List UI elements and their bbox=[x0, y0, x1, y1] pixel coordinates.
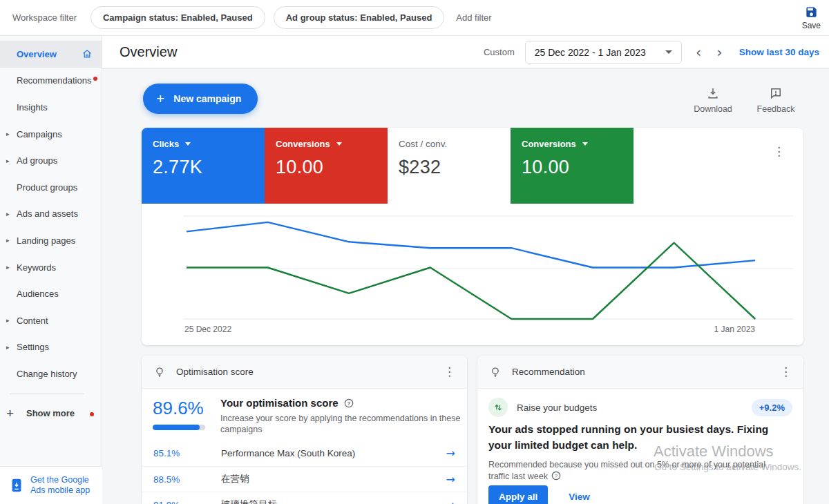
campaign-score-row[interactable]: 85.1% Performance Max (South Korea) → bbox=[142, 440, 467, 466]
new-campaign-button[interactable]: + New campaign bbox=[143, 84, 258, 114]
sidebar-item-label: Ads and assets bbox=[17, 209, 78, 219]
campaign-name: Performance Max (South Korea) bbox=[221, 448, 446, 458]
sidebar-item-label: Campaigns bbox=[17, 129, 62, 139]
date-range-value: 25 Dec 2022 - 1 Jan 2023 bbox=[535, 47, 646, 58]
caret-down-icon bbox=[665, 50, 672, 54]
help-icon[interactable]: ? bbox=[551, 471, 561, 481]
scorecard-value: 10.00 bbox=[276, 157, 377, 178]
show-last-30-days-button[interactable]: Show last 30 days bbox=[739, 47, 819, 57]
notification-dot bbox=[93, 77, 97, 81]
sidebar-item-label: Settings bbox=[17, 342, 49, 352]
sidebar-item-settings[interactable]: ▸ Settings bbox=[0, 334, 102, 361]
next-period-button[interactable]: › bbox=[709, 44, 730, 61]
show-more-label: Show more bbox=[26, 408, 75, 418]
mobile-app-icon bbox=[9, 478, 24, 493]
view-button[interactable]: View bbox=[569, 492, 590, 502]
scorecard-value: $232 bbox=[399, 157, 499, 178]
panel-title: Recommendation bbox=[512, 367, 585, 377]
filter-chip-adgroup-status[interactable]: Ad group status: Enabled, Paused bbox=[274, 6, 445, 29]
sidebar: Overview Recommendations Insights ▸ Camp… bbox=[0, 36, 102, 504]
show-more-button[interactable]: + Show more bbox=[0, 400, 102, 427]
optimisation-headline: Your optimisation score bbox=[220, 397, 339, 409]
plus-icon: + bbox=[156, 90, 164, 107]
scorecard-conversions[interactable]: Conversions 10.00 bbox=[265, 128, 388, 204]
expand-arrow-icon: ▸ bbox=[6, 130, 10, 137]
scorecard-clicks[interactable]: Clicks 2.77K bbox=[142, 128, 265, 204]
sidebar-item-content[interactable]: ▸ Content bbox=[0, 307, 102, 334]
campaign-score-row[interactable]: 91.9% 玻璃推箱目标 → bbox=[142, 492, 467, 504]
kebab-menu-icon[interactable]: ⋮ bbox=[780, 366, 792, 378]
sidebar-item-landing-pages[interactable]: ▸ Landing pages bbox=[0, 227, 102, 254]
page-header: Overview Custom 25 Dec 2022 - 1 Jan 2023… bbox=[102, 36, 829, 69]
lightbulb-icon bbox=[489, 366, 502, 378]
filter-chips: Campaign status: Enabled, Paused Ad grou… bbox=[90, 6, 444, 29]
feedback-button[interactable]: Feedback bbox=[751, 86, 801, 114]
apply-all-button[interactable]: Apply all bbox=[488, 485, 548, 504]
optimisation-score-value: 89.6% bbox=[153, 398, 204, 419]
panel-header: Optimisation score ⋮ bbox=[142, 356, 467, 389]
date-range-picker[interactable]: 25 Dec 2022 - 1 Jan 2023 bbox=[525, 41, 682, 64]
sidebar-item-label: Product groups bbox=[17, 182, 77, 193]
sidebar-item-label: Overview bbox=[17, 49, 57, 59]
sidebar-item-audiences[interactable]: Audiences bbox=[0, 280, 102, 307]
feedback-label: Feedback bbox=[757, 104, 795, 114]
add-filter-button[interactable]: Add filter bbox=[456, 12, 491, 23]
sidebar-item-label: Insights bbox=[17, 102, 48, 113]
x-axis-tick-start: 25 Dec 2022 bbox=[184, 324, 231, 334]
sidebar-item-recommendations[interactable]: Recommendations bbox=[0, 68, 102, 95]
uplift-badge: +9.2% bbox=[752, 399, 792, 416]
sidebar-item-overview[interactable]: Overview bbox=[0, 41, 102, 68]
campaign-score: 85.1% bbox=[153, 448, 221, 458]
scorecard-cost-per-conv[interactable]: Cost / conv. $232 bbox=[388, 128, 511, 204]
sidebar-divider bbox=[10, 394, 84, 394]
campaign-score-row[interactable]: 88.5% 在营销 → bbox=[142, 466, 467, 492]
scorecard-value: 10.00 bbox=[522, 157, 622, 178]
sidebar-item-product-groups[interactable]: Product groups bbox=[0, 174, 102, 201]
chart-line-clicks bbox=[187, 222, 755, 268]
expand-arrow-icon: ▸ bbox=[6, 211, 10, 217]
sidebar-item-label: Content bbox=[17, 316, 48, 326]
recommendation-item[interactable]: Raise your budgets +9.2% bbox=[488, 397, 792, 418]
date-range-mode-label: Custom bbox=[484, 47, 515, 57]
sidebar-item-insights[interactable]: Insights bbox=[0, 94, 102, 121]
save-label: Save bbox=[802, 21, 821, 30]
optimisation-score-panel: Optimisation score ⋮ 89.6% Your optimisa… bbox=[142, 356, 467, 504]
scorecard-label: Conversions bbox=[522, 139, 576, 149]
kebab-menu-icon[interactable]: ⋮ bbox=[444, 366, 455, 378]
sidebar-item-campaigns[interactable]: ▸ Campaigns bbox=[0, 121, 102, 148]
workspace-filter-label: Workspace filter bbox=[12, 12, 77, 23]
scorecard-conversions-2[interactable]: Conversions 10.00 bbox=[511, 128, 633, 204]
arrow-right-icon[interactable]: → bbox=[446, 473, 455, 486]
expand-arrow-icon: ▸ bbox=[6, 344, 10, 351]
panel-title: Optimisation score bbox=[176, 367, 254, 377]
sidebar-item-change-history[interactable]: Change history bbox=[0, 360, 102, 387]
filter-chip-campaign-status[interactable]: Campaign status: Enabled, Paused bbox=[90, 6, 265, 29]
get-mobile-app-link[interactable]: Get the Google Ads mobile app bbox=[0, 466, 102, 504]
trend-chart bbox=[180, 207, 798, 331]
help-icon[interactable]: ? bbox=[344, 398, 354, 408]
sidebar-item-ads-and-assets[interactable]: ▸ Ads and assets bbox=[0, 201, 102, 228]
previous-period-button[interactable]: ‹ bbox=[688, 44, 709, 61]
plus-icon: + bbox=[6, 406, 14, 421]
recommendation-actions: Apply all View bbox=[488, 485, 590, 504]
page-title: Overview bbox=[120, 44, 177, 60]
arrow-right-icon[interactable]: → bbox=[446, 447, 455, 460]
download-icon bbox=[706, 86, 720, 100]
optimisation-progress-fill bbox=[153, 425, 200, 430]
lightbulb-icon bbox=[153, 366, 166, 378]
campaign-name: 玻璃推箱目标 bbox=[221, 498, 446, 504]
expand-arrow-icon: ▸ bbox=[6, 264, 10, 271]
arrow-right-icon[interactable]: → bbox=[446, 498, 455, 504]
chart-line-conversions bbox=[187, 243, 755, 319]
save-button[interactable]: Save bbox=[802, 6, 821, 30]
sidebar-item-ad-groups[interactable]: ▸ Ad groups bbox=[0, 147, 102, 174]
metric-scorecards: Clicks 2.77K Conversions 10.00 Cost / co… bbox=[142, 128, 803, 204]
caret-down-icon bbox=[582, 142, 588, 146]
sidebar-item-label: Change history bbox=[17, 369, 77, 379]
feedback-icon bbox=[769, 86, 783, 100]
expand-arrow-icon: ▸ bbox=[6, 157, 10, 164]
download-button[interactable]: Download bbox=[688, 86, 738, 114]
recommendation-rationale: Recommended because you missed out on 5%… bbox=[488, 459, 788, 483]
sidebar-item-keywords[interactable]: ▸ Keywords bbox=[0, 254, 102, 281]
kebab-menu-icon[interactable]: ⋮ bbox=[773, 146, 785, 157]
